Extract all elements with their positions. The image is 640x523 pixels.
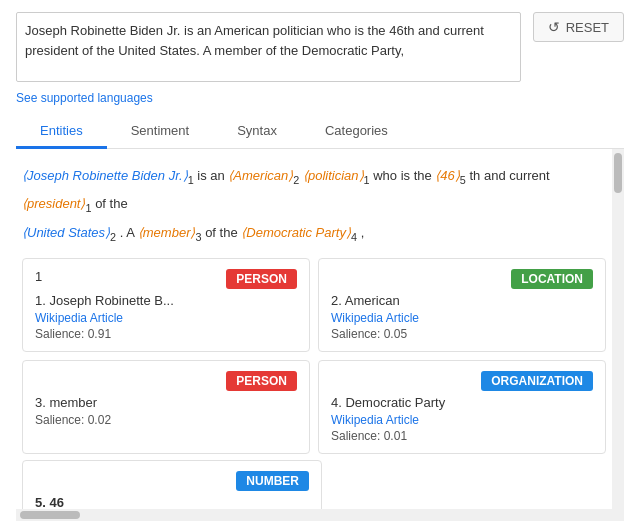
bottom-scrollbar[interactable] bbox=[16, 509, 624, 521]
sub-1b: 1 bbox=[364, 174, 370, 186]
entity-46: ⟨46⟩ bbox=[435, 168, 459, 183]
card-header-4: ORGANIZATION bbox=[331, 371, 593, 391]
tab-sentiment[interactable]: Sentiment bbox=[107, 115, 214, 149]
text-of-the: of the bbox=[205, 225, 241, 240]
card-header-1: 1 PERSON bbox=[35, 269, 297, 289]
card-title-3: 3. member bbox=[35, 395, 297, 410]
text-input[interactable]: Joseph Robinette Biden Jr. is an America… bbox=[16, 12, 521, 82]
content-area: ⟨Joseph Robinette Biden Jr.⟩1 is an ⟨Ame… bbox=[16, 149, 624, 509]
card-wiki-4[interactable]: Wikipedia Article bbox=[331, 413, 593, 427]
sub-2: 2 bbox=[293, 174, 299, 186]
text-comma: , bbox=[361, 225, 365, 240]
card-salience-1: Salience: 0.91 bbox=[35, 327, 297, 341]
scroll-area[interactable]: ⟨Joseph Robinette Biden Jr.⟩1 is an ⟨Ame… bbox=[16, 149, 612, 509]
card-salience-4: Salience: 0.01 bbox=[331, 429, 593, 443]
entity-card-3: PERSON 3. member Salience: 0.02 bbox=[22, 360, 310, 454]
tab-categories[interactable]: Categories bbox=[301, 115, 412, 149]
entity-biden: ⟨Joseph Robinette Biden Jr.⟩ bbox=[22, 168, 188, 183]
reset-label: RESET bbox=[566, 20, 609, 35]
entity-card-4: ORGANIZATION 4. Democratic Party Wikiped… bbox=[318, 360, 606, 454]
entity-american: ⟨American⟩ bbox=[228, 168, 293, 183]
bottom-scrollbar-thumb bbox=[20, 511, 80, 519]
card-badge-3: PERSON bbox=[226, 371, 297, 391]
card-header-2: LOCATION bbox=[331, 269, 593, 289]
tab-syntax[interactable]: Syntax bbox=[213, 115, 301, 149]
card-badge-4: ORGANIZATION bbox=[481, 371, 593, 391]
text-who: who is the bbox=[373, 168, 435, 183]
single-card-row: NUMBER 5. 46 bbox=[16, 460, 612, 509]
reset-button[interactable]: ↺ RESET bbox=[533, 12, 624, 42]
sub-2b: 2 bbox=[110, 230, 116, 242]
card-header-5: NUMBER bbox=[35, 471, 309, 491]
entity-card-5: NUMBER 5. 46 bbox=[22, 460, 322, 509]
reset-icon: ↺ bbox=[548, 19, 560, 35]
scrollbar-thumb bbox=[614, 153, 622, 193]
sub-1c: 1 bbox=[85, 202, 91, 214]
entity-us: ⟨United States⟩ bbox=[22, 225, 110, 240]
sub-4: 4 bbox=[351, 230, 357, 242]
card-title-1: 1. Joseph Robinette B... bbox=[35, 293, 297, 308]
tab-entities[interactable]: Entities bbox=[16, 115, 107, 149]
tabs-row: Entities Sentiment Syntax Categories bbox=[16, 115, 624, 149]
supported-languages-link[interactable]: See supported languages bbox=[16, 91, 153, 105]
card-title-2: 2. American bbox=[331, 293, 593, 308]
card-wiki-1[interactable]: Wikipedia Article bbox=[35, 311, 297, 325]
text-a: . A bbox=[120, 225, 138, 240]
entity-democratic: ⟨Democratic Party⟩ bbox=[241, 225, 351, 240]
card-title-4: 4. Democratic Party bbox=[331, 395, 593, 410]
entity-politician: ⟨politician⟩ bbox=[303, 168, 364, 183]
text-th: th and current bbox=[469, 168, 549, 183]
entity-cards-grid: 1 PERSON 1. Joseph Robinette B... Wikipe… bbox=[16, 258, 612, 460]
entity-card-2: LOCATION 2. American Wikipedia Article S… bbox=[318, 258, 606, 352]
entity-president: ⟨president⟩ bbox=[22, 196, 85, 211]
card-badge-5: NUMBER bbox=[236, 471, 309, 491]
sub-5: 5 bbox=[460, 174, 466, 186]
entity-member: ⟨member⟩ bbox=[138, 225, 196, 240]
text-of: of the bbox=[95, 196, 128, 211]
card-salience-3: Salience: 0.02 bbox=[35, 413, 297, 427]
text-is-an: is an bbox=[197, 168, 228, 183]
card-salience-2: Salience: 0.05 bbox=[331, 327, 593, 341]
card-name-1: 1 bbox=[35, 269, 42, 284]
sub-1: 1 bbox=[188, 174, 194, 186]
top-row: Joseph Robinette Biden Jr. is an America… bbox=[16, 12, 624, 82]
card-header-3: PERSON bbox=[35, 371, 297, 391]
card-wiki-2[interactable]: Wikipedia Article bbox=[331, 311, 593, 325]
entity-card-1: 1 PERSON 1. Joseph Robinette B... Wikipe… bbox=[22, 258, 310, 352]
annotated-text: ⟨Joseph Robinette Biden Jr.⟩1 is an ⟨Ame… bbox=[16, 159, 612, 258]
sub-3: 3 bbox=[195, 230, 201, 242]
card-title-5: 5. 46 bbox=[35, 495, 309, 509]
card-badge-2: LOCATION bbox=[511, 269, 593, 289]
scrollbar-track[interactable] bbox=[612, 149, 624, 509]
card-badge-1: PERSON bbox=[226, 269, 297, 289]
